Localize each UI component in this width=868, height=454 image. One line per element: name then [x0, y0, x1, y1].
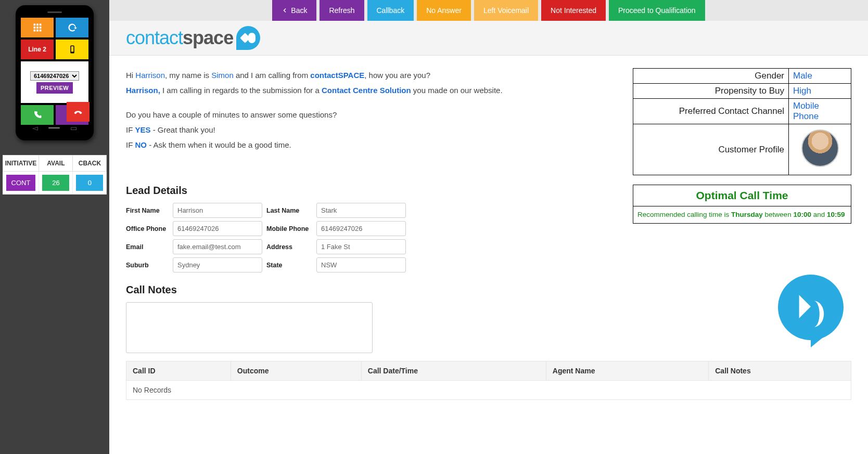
lead-heading: Lead Details: [126, 185, 622, 197]
dialpad-icon[interactable]: [21, 18, 54, 37]
avatar: [801, 129, 839, 167]
hangup-icon[interactable]: [67, 102, 90, 122]
status-table: INITIATIVE AVAIL CBACK CONT 26 0: [3, 155, 107, 194]
first-name-field[interactable]: [173, 203, 262, 218]
back-button[interactable]: Back: [272, 0, 316, 21]
email-field[interactable]: [173, 239, 262, 254]
home-soft-icon: [48, 127, 60, 128]
line2-button[interactable]: Line 2: [21, 40, 54, 59]
preview-button[interactable]: PREVIEW: [36, 82, 73, 94]
call-history-table: Call ID Outcome Call Date/Time Agent Nam…: [126, 361, 851, 400]
last-name-field[interactable]: [316, 203, 406, 218]
optimal-body: Recommended calling time is Thursday bet…: [633, 206, 851, 223]
logo-bubble-icon: [236, 26, 260, 50]
profile-value-gender: Male: [789, 69, 851, 84]
label-suburb: Suburb: [126, 262, 169, 269]
proceed-button[interactable]: Proceed to Qualification: [609, 0, 705, 21]
no-answer-button[interactable]: No Answer: [417, 0, 471, 21]
call-notes-input[interactable]: [126, 302, 373, 353]
callback-button[interactable]: Callback: [367, 0, 414, 21]
call-script: Hi Harrison, my name is Simon and I am c…: [126, 68, 622, 175]
label-mobile-phone: Mobile Phone: [266, 225, 312, 232]
status-header-avail: AVAIL: [39, 155, 73, 172]
lead-details: Lead Details First Name Last Name Office…: [126, 185, 622, 273]
label-office-phone: Office Phone: [126, 225, 169, 232]
label-address: Address: [266, 243, 312, 251]
profile-label-channel: Preferred Contact Channel: [633, 99, 789, 124]
profile-value-propensity: High: [789, 84, 851, 99]
svg-rect-3: [33, 27, 35, 29]
main-panel: Back Refresh Callback No Answer Left Voi…: [109, 0, 868, 454]
svg-rect-5: [39, 27, 41, 29]
optimal-title: Optimal Call Time: [633, 185, 851, 206]
recent-soft-icon: ▭: [70, 124, 77, 132]
label-first-name: First Name: [126, 207, 169, 214]
avail-pill[interactable]: 26: [42, 175, 69, 191]
label-state: State: [266, 262, 312, 269]
suburb-field[interactable]: [173, 257, 262, 273]
profile-label-customer: Customer Profile: [633, 124, 789, 175]
status-header-initiative: INITIATIVE: [3, 155, 39, 172]
transfer-icon[interactable]: [56, 18, 88, 37]
softphone: Line 2 61469247026 PREVIEW: [16, 5, 94, 140]
svg-rect-2: [39, 24, 41, 26]
initiative-pill[interactable]: CONT: [6, 175, 36, 191]
svg-point-13: [778, 275, 844, 340]
logo-row: contactspace: [109, 21, 868, 56]
th-datetime: Call Date/Time: [361, 361, 546, 381]
th-notes: Call Notes: [709, 361, 851, 381]
not-interested-button[interactable]: Not Interested: [541, 0, 606, 21]
th-agent: Agent Name: [546, 361, 708, 381]
th-outcome: Outcome: [231, 361, 361, 381]
customer-profile-box: GenderMale Propensity to BuyHigh Preferr…: [633, 68, 851, 175]
profile-label-gender: Gender: [633, 69, 789, 84]
chat-bubble-icon[interactable]: [774, 275, 847, 347]
status-header-cback: CBACK: [73, 155, 107, 172]
svg-rect-8: [39, 30, 41, 32]
refresh-button[interactable]: Refresh: [320, 0, 364, 21]
disposition-toolbar: Back Refresh Callback No Answer Left Voi…: [272, 0, 705, 21]
logo: contactspace: [126, 26, 868, 50]
svg-rect-6: [33, 30, 35, 32]
mobile-phone-field[interactable]: [316, 221, 406, 236]
svg-rect-7: [36, 30, 39, 32]
svg-rect-0: [33, 24, 35, 26]
number-select[interactable]: 61469247026: [30, 71, 79, 81]
svg-rect-4: [36, 27, 39, 29]
office-phone-field[interactable]: [173, 221, 262, 236]
left-voicemail-button[interactable]: Left Voicemail: [474, 0, 538, 21]
optimal-call-time: Optimal Call Time Recommended calling ti…: [633, 185, 851, 224]
cback-pill[interactable]: 0: [76, 175, 103, 191]
notes-heading: Call Notes: [126, 284, 851, 296]
mobile-icon[interactable]: [56, 40, 88, 59]
svg-rect-1: [36, 24, 39, 26]
history-empty: No Records: [126, 381, 851, 400]
profile-value-channel: Mobile Phone: [789, 99, 851, 124]
address-field[interactable]: [316, 239, 406, 254]
back-soft-icon: ◅: [32, 124, 38, 132]
label-email: Email: [126, 243, 169, 251]
profile-label-propensity: Propensity to Buy: [633, 84, 789, 99]
call-icon[interactable]: [21, 105, 54, 125]
label-last-name: Last Name: [266, 207, 312, 214]
svg-rect-10: [71, 46, 73, 52]
state-field[interactable]: [316, 257, 406, 273]
th-call-id: Call ID: [126, 361, 231, 381]
sidebar: Line 2 61469247026 PREVIEW: [0, 0, 109, 454]
chevron-left-icon: [282, 7, 288, 14]
